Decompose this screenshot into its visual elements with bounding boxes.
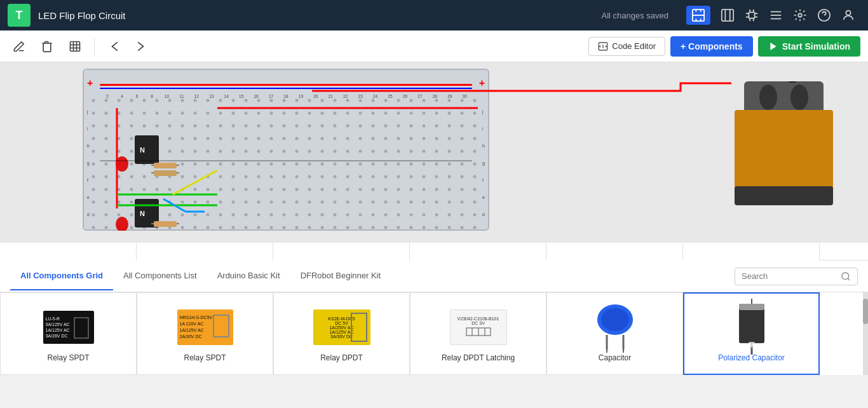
scroll-thumb[interactable]: [863, 299, 868, 324]
component-relay-dpdt-latch[interactable]: V23042-C2108-B101 DC 3V Relay DPDT Latch…: [410, 292, 546, 375]
svg-line-64: [848, 278, 850, 280]
svg-marker-79: [749, 342, 755, 348]
logo-letter: T: [16, 9, 23, 22]
search-box: [735, 268, 858, 285]
components-btn[interactable]: + Components: [670, 36, 753, 57]
component-relay-spdt-2[interactable]: HRS1H-S-DC5V 1A 120V AC 1A/125V AC 2A/30…: [137, 292, 273, 375]
svg-rect-58: [735, 186, 833, 205]
relay-spdt-2-graphic: HRS1H-S-DC5V 1A 120V AC 1A/125V AC 2A/30…: [177, 309, 233, 345]
svg-text:N: N: [140, 210, 145, 217]
pol-capacitor-image: [720, 305, 783, 350]
capacitor-image: [583, 305, 647, 350]
partial-card-6: [683, 243, 820, 261]
relay-dpdt-latch-image: V23042-C2108-B101 DC 3V: [447, 305, 510, 350]
capacitor-graphic: [593, 302, 637, 353]
svg-rect-77: [739, 304, 764, 310]
mid-divider: [100, 160, 472, 161]
delete-btn[interactable]: [36, 35, 58, 58]
search-icon: [841, 271, 851, 282]
code-editor-btn[interactable]: Code Editor: [588, 37, 665, 56]
plus-top-left: +: [87, 78, 93, 89]
svg-rect-57: [735, 110, 833, 199]
user-icon[interactable]: [841, 8, 855, 22]
pol-capacitor-graphic: [729, 299, 774, 356]
relay-spdt-2-image: HRS1H-S-DC5V 1A 120V AC 1A/125V AC 2A/30…: [173, 305, 237, 350]
partial-card-3: [273, 243, 410, 261]
svg-point-63: [842, 273, 849, 280]
components-grid: LU-5-R 3A/125V AC 1A/125V AC 3A/28V DC R…: [0, 292, 868, 375]
partial-card-1: [0, 243, 137, 261]
svg-point-55: [759, 85, 777, 110]
simulate-label: Start Simulation: [782, 41, 850, 51]
component-tabs: All Components Grid All Components List …: [0, 261, 868, 292]
svg-point-56: [790, 85, 808, 110]
search-input[interactable]: [742, 271, 837, 281]
toolbar: Code Editor + Components Start Simulatio…: [0, 31, 868, 62]
svg-marker-29: [770, 43, 776, 50]
svg-rect-65: [351, 313, 367, 341]
component-capacitor[interactable]: Capacitor: [546, 292, 683, 375]
svg-rect-4: [700, 19, 702, 22]
relay-dpdt-latch-graphic: V23042-C2108-B101 DC 3V: [450, 309, 507, 345]
svg-rect-25: [71, 41, 80, 51]
tab-arduino[interactable]: Arduino Basic Kit: [207, 262, 290, 290]
partial-card-2: [137, 243, 273, 261]
row-letters-right: jihgfed: [482, 103, 485, 223]
partial-cards-row: [0, 243, 868, 261]
component-relay-dpdt[interactable]: KS2E-M-DC5 DC 5V 1A/250V AC 1A/125V AC 3…: [273, 292, 410, 375]
svg-rect-54: [744, 81, 824, 113]
resize-btn[interactable]: [64, 35, 86, 58]
svg-rect-60: [789, 81, 796, 83]
chip-icon[interactable]: [745, 8, 759, 22]
svg-point-71: [601, 308, 629, 331]
gear-icon[interactable]: [793, 8, 807, 22]
svg-rect-38: [154, 163, 177, 168]
draw-tool-btn[interactable]: [8, 35, 31, 58]
logo: T: [8, 4, 31, 27]
svg-rect-9: [749, 12, 754, 18]
relay-spdt-1-label: Relay SPDT: [47, 353, 89, 362]
relay-dpdt-graphic: KS2E-M-DC5 DC 5V 1A/250V AC 1A/125V AC 3…: [313, 309, 370, 345]
partial-card-4: [410, 243, 546, 261]
svg-rect-3: [695, 19, 696, 22]
relay-dpdt-image: KS2E-M-DC5 DC 5V 1A/250V AC 1A/125V AC 3…: [310, 305, 374, 350]
components-row: LU-5-R 3A/125V AC 1A/125V AC 3A/28V DC R…: [0, 292, 868, 375]
film-icon[interactable]: [686, 6, 710, 25]
svg-point-21: [798, 13, 802, 17]
topbar: T LED Flip Flop Circuit All changes save…: [0, 0, 868, 31]
svg-rect-6: [722, 10, 733, 21]
relay-spdt-1-graphic: LU-5-R 3A/125V AC 1A/125V AC 3A/28V DC: [43, 311, 94, 344]
components-label: + Components: [681, 41, 743, 51]
svg-point-24: [846, 11, 850, 15]
list-icon[interactable]: [769, 8, 783, 22]
svg-text:N: N: [140, 146, 145, 154]
code-editor-label: Code Editor: [612, 41, 656, 51]
component-pol-capacitor[interactable]: Polarized Capacitor: [683, 292, 820, 375]
back-btn[interactable]: [102, 35, 125, 58]
scrollbar[interactable]: [863, 292, 868, 375]
breadboard-dots-svg: N N: [90, 94, 484, 231]
forward-btn[interactable]: [130, 35, 153, 58]
canvas[interactable]: + +: [0, 62, 868, 243]
help-icon[interactable]: [817, 8, 831, 22]
svg-rect-44: [154, 221, 177, 227]
svg-rect-41: [154, 170, 177, 176]
app-title: LED Flip Flop Circuit: [38, 10, 601, 21]
row-letters-left: jihgfed: [87, 103, 90, 223]
battery-pack: [725, 81, 843, 215]
toolbar-divider: [94, 37, 95, 55]
film-alt-icon[interactable]: [721, 8, 735, 22]
relay-spdt-1-image: LU-5-R 3A/125V AC 1A/125V AC 3A/28V DC: [37, 305, 100, 350]
component-relay-spdt-1[interactable]: LU-5-R 3A/125V AC 1A/125V AC 3A/28V DC R…: [0, 292, 137, 375]
relay-spdt-2-label: Relay SPDT: [184, 353, 226, 362]
capacitor-label: Capacitor: [599, 353, 631, 362]
relay-dpdt-latch-label: Relay DPDT Latching: [442, 353, 515, 362]
tab-all-list[interactable]: All Components List: [113, 262, 207, 290]
relay-dpdt-label: Relay DPDT: [320, 353, 363, 362]
svg-rect-2: [700, 10, 702, 12]
tab-all-grid[interactable]: All Components Grid: [10, 262, 113, 290]
simulate-btn[interactable]: Start Simulation: [758, 36, 860, 57]
battery-wire-svg: [312, 78, 744, 104]
tab-dfrobot[interactable]: DFRobot Beginner Kit: [290, 262, 391, 290]
partial-card-5: [546, 243, 683, 261]
